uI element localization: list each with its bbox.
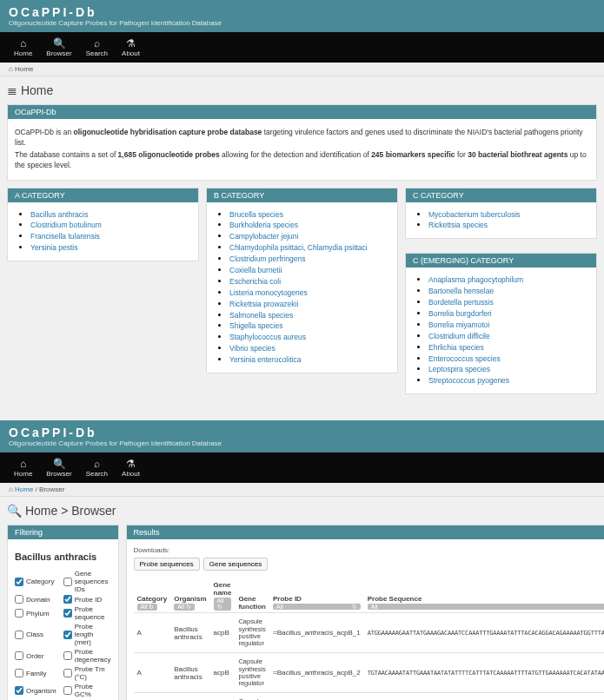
category-link[interactable]: Yersinia pestis [30,243,191,254]
table-row: ABacillus anthracisacpBCapsule synthesis… [134,653,605,693]
col-seq: Probe SequenceAll ↻ [364,578,604,613]
download-probe-button[interactable]: Probe sequences [134,558,200,571]
filter-panel: Filtering Bacillus anthracis CategoryGen… [7,525,119,700]
category-link[interactable]: Francisella tularensis [30,232,191,242]
cat-c-panel: C CATEGORY Mycobacterium tuberculosisRic… [405,188,597,240]
category-link[interactable]: Borrelia burgdorferi [428,309,589,320]
nav-about[interactable]: ⚗About [115,36,147,59]
filter-checkbox[interactable]: Category [15,569,60,594]
nav-home[interactable]: ⌂Home [7,456,39,479]
filter-all-pill[interactable]: All ↻ [174,604,195,611]
intro-line-2: The database contains a set of 1,685 oli… [15,150,589,171]
cat-ce-panel: C (EMERGING) CATEGORY Anaplasma phagocyt… [405,253,597,394]
filter-checkbox[interactable]: Probe length (mer) [63,622,111,647]
brand-title: OCaPPI-Db [9,5,595,19]
category-link[interactable]: Clostridium difficile [428,332,589,342]
filter-checkbox[interactable]: Probe sequence [63,604,111,622]
filter-checkbox[interactable]: Domain [15,594,60,604]
browser-icon: 🔍 [46,458,71,470]
category-link[interactable]: Clostridium perfringens [229,254,390,265]
cell-function: Capsule synthesis positive regulator [235,613,269,653]
cell-organism: Bacillus anthracis [170,653,209,693]
category-link[interactable]: Bacillus anthracis [30,210,191,221]
brand-subtitle: Oligonucleotide Capture Probes for Patho… [9,19,595,27]
cell-gene: acpB [210,653,236,693]
home-icon: ⌂ [9,65,13,73]
nav-bar: ⌂Home🔍Browser⌕Search⚗About [0,452,604,483]
breadcrumb-text: Home [15,65,33,73]
category-link[interactable]: Vibrio species [229,344,390,354]
category-link[interactable]: Shigella species [229,321,390,332]
download-gene-button[interactable]: Gene sequences [203,558,269,571]
col-gene: Gene nameAll ↻ [210,578,236,613]
category-link[interactable]: Burkholderia species [229,221,390,231]
cat-c-head: C CATEGORY [406,188,596,202]
category-link[interactable]: Bartonella henselae [428,287,589,297]
category-link[interactable]: Escherichia coli [229,277,390,287]
results-panel: Results Downloads: Probe sequences Gene … [126,525,605,700]
category-link[interactable]: Enterococcus species [428,354,589,365]
nav-browser[interactable]: 🔍Browser [39,36,78,59]
filter-checkbox[interactable]: Probe degeneracy [63,647,111,664]
brand-title: OCaPPI-Db [9,426,595,439]
category-link[interactable]: Streptococcus pyogenes [428,376,589,386]
category-link[interactable]: Leptospira species [428,365,589,375]
cell-function: Capsule synthesis positive regulator [235,693,269,700]
nav-search[interactable]: ⌕Search [79,36,115,59]
filter-checkbox[interactable]: Probe GC% [63,682,111,699]
filter-all-pill[interactable]: All ↻ [368,604,604,610]
filter-checkbox[interactable]: Organism [15,682,60,699]
cell-gene: acpB [210,613,236,653]
category-link[interactable]: Campylobacter jejuni [229,232,390,242]
cat-a-head: A CATEGORY [8,188,198,202]
home-icon: ⌂ [9,485,13,493]
category-link[interactable]: Bordetella pertussis [428,298,589,308]
nav-browser[interactable]: 🔍Browser [39,456,78,479]
category-link[interactable]: Coxiella burnetii [229,266,390,276]
category-row: A CATEGORY Bacillus anthracisClostridium… [7,188,597,402]
search-icon: ⌕ [86,458,108,470]
filter-all-pill[interactable]: All ↻ [273,604,361,610]
page-title: 🔍 Home > Browser [7,504,597,518]
col-organism: OrganismAll ↻ [170,578,209,613]
category-link[interactable]: Clostridium botulinum [30,221,191,231]
cell-sequence: ATGGAAAAAGAATTATGAAAGACAAATCCAAATTTGAAAA… [364,613,604,653]
cell-probeid: =Bacillus_anthracis_acpB_3 [269,693,364,700]
filter-checkbox[interactable]: Gene sequences IDs [63,569,111,594]
category-link[interactable]: Brucella species [229,210,390,221]
search-icon: 🔍 [7,504,22,518]
nav-about[interactable]: ⚗About [115,456,147,479]
page-title: ≣ Home [7,83,597,97]
category-link[interactable]: Rickettsia prowazekii [229,300,390,310]
category-link[interactable]: Borrelia miyamotoi [428,320,589,331]
category-link[interactable]: Salmonella species [229,311,390,321]
category-link[interactable]: Listeria monocytogenes [229,288,390,299]
browser-icon: 🔍 [46,37,71,50]
filter-checkbox[interactable]: Probe ID [63,594,111,604]
filter-all-pill[interactable]: All ↻ [137,604,158,611]
filter-checkbox[interactable]: Family [15,664,60,682]
category-link[interactable]: Yersinia enterocolitica [229,355,390,366]
breadcrumb-home-link[interactable]: Home [15,485,33,493]
nav-home[interactable]: ⌂Home [7,36,39,59]
brand-subtitle: Oligonucleotide Capture Probes for Patho… [9,439,595,447]
cat-b-panel: B CATEGORY Brucella speciesBurkholderia … [206,188,398,373]
filter-checkbox[interactable]: Phylum [15,604,60,622]
nav-search[interactable]: ⌕Search [79,456,115,479]
table-row: ABacillus anthracisacpBCapsule synthesis… [134,613,605,653]
filter-checkbox[interactable]: Probe Tm (°C) [63,664,111,682]
list-icon: ≣ [7,83,17,97]
col-category: CategoryAll ↻ [134,578,171,613]
filter-checkbox[interactable]: Order [15,647,60,664]
filter-checkbox[interactable]: Class [15,622,60,647]
category-link[interactable]: Ehrlichia species [428,343,589,353]
results-head: Results [127,525,605,539]
category-link[interactable]: Mycobacterium tuberculosis [428,210,589,221]
category-link[interactable]: Staphylococcus aureus [229,333,390,343]
category-link[interactable]: Anaplasma phagocytophilum [428,275,589,286]
intro-line-1: OCaPPI-Db is an oligonucleotide hybridis… [15,128,589,149]
category-link[interactable]: Rickettsia species [428,221,589,231]
filter-all-pill[interactable]: All ↻ [214,598,232,611]
cat-b-head: B CATEGORY [207,188,397,202]
category-link[interactable]: Chlamydophila psittaci, Chlamydia psitta… [229,243,390,254]
